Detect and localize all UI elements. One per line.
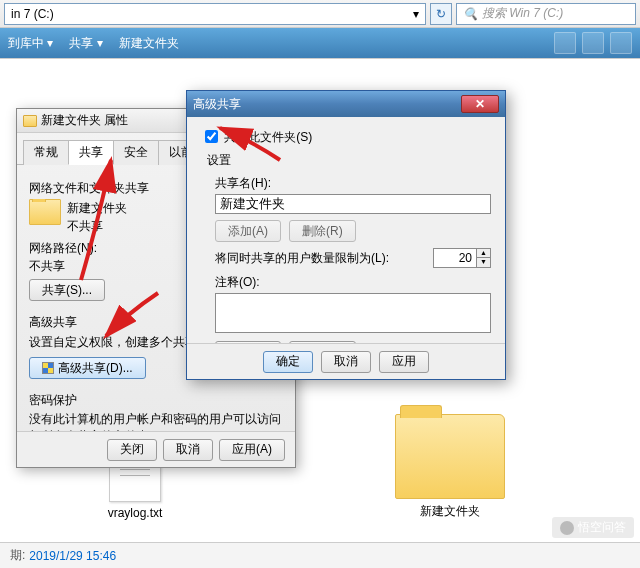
share-name-label: 共享名(H):	[215, 175, 491, 192]
file-label: vraylog.txt	[70, 506, 200, 520]
folder-icon	[23, 115, 37, 127]
advanced-titlebar[interactable]: 高级共享 ✕	[187, 91, 505, 117]
cancel-button-label: 取消	[334, 353, 358, 370]
explorer-command-bar: 到库中 ▾ 共享 ▾ 新建文件夹	[0, 28, 640, 58]
cancel-button-label: 取消	[176, 441, 200, 458]
settings-group-label: 设置	[207, 152, 491, 169]
search-placeholder: 搜索 Win 7 (C:)	[482, 5, 563, 22]
spin-up-icon[interactable]: ▲	[476, 249, 490, 258]
apply-button-label: 应用(A)	[232, 441, 272, 458]
tab-sharing[interactable]: 共享	[68, 140, 114, 165]
folder-label: 新建文件夹	[370, 503, 530, 520]
advanced-sharing-label: 高级共享(D)...	[58, 359, 133, 377]
include-in-library[interactable]: 到库中 ▾	[8, 35, 53, 52]
share-this-folder-input[interactable]	[205, 130, 218, 143]
explorer-address-bar: in 7 (C:) ▾ ↻ 🔍 搜索 Win 7 (C:)	[0, 0, 640, 28]
folder-item-new[interactable]: 新建文件夹	[370, 414, 530, 520]
help-icon[interactable]	[610, 32, 632, 54]
apply-button[interactable]: 应用(A)	[219, 439, 285, 461]
share-this-folder-label: 共享此文件夹(S)	[224, 130, 312, 144]
section-password: 密码保护	[29, 391, 283, 409]
user-limit-spinner[interactable]: ▲ ▼	[433, 248, 491, 268]
tab-security[interactable]: 安全	[113, 140, 159, 165]
refresh-button[interactable]: ↻	[430, 3, 452, 25]
chevron-down-icon[interactable]: ▾	[413, 7, 419, 21]
share-button[interactable]: 共享(S)...	[29, 279, 105, 301]
address-path-text: in 7 (C:)	[11, 7, 54, 21]
apply-button[interactable]: 应用	[379, 351, 429, 373]
advanced-sharing-dialog: 高级共享 ✕ 共享此文件夹(S) 设置 共享名(H): 添加(A) 删除(R) …	[186, 90, 506, 380]
cancel-button[interactable]: 取消	[321, 351, 371, 373]
apply-button-label: 应用	[392, 353, 416, 370]
shield-icon	[42, 362, 54, 374]
share-name-input[interactable]	[215, 194, 491, 214]
search-icon: 🔍	[463, 7, 478, 21]
advanced-sharing-button[interactable]: 高级共享(D)...	[29, 357, 146, 379]
close-icon[interactable]: ✕	[461, 95, 499, 113]
tab-general[interactable]: 常规	[23, 140, 69, 165]
folder-icon	[395, 414, 505, 499]
share-button-label: 共享(S)...	[42, 281, 92, 299]
advanced-footer: 确定 取消 应用	[187, 343, 505, 379]
ok-button[interactable]: 确定	[263, 351, 313, 373]
remove-button-label: 删除(R)	[302, 223, 343, 240]
status-date-label: 期:	[10, 547, 25, 564]
comment-input[interactable]	[215, 293, 491, 333]
ok-button-label: 确定	[276, 353, 300, 370]
spin-down-icon[interactable]: ▼	[476, 258, 490, 267]
include-in-library-label: 到库中 ▾	[8, 35, 53, 52]
remove-button[interactable]: 删除(R)	[289, 220, 356, 242]
close-button-label: 关闭	[120, 441, 144, 458]
status-date-value: 2019/1/29 15:46	[29, 549, 116, 563]
new-folder-label: 新建文件夹	[119, 35, 179, 52]
share-this-folder-checkbox[interactable]: 共享此文件夹(S)	[201, 130, 312, 144]
refresh-icon: ↻	[436, 7, 446, 21]
watermark-icon	[560, 521, 574, 535]
status-bar: 期: 2019/1/29 15:46	[0, 542, 640, 568]
properties-footer: 关闭 取消 应用(A)	[17, 431, 295, 467]
view-options-icon[interactable]	[554, 32, 576, 54]
close-button[interactable]: 关闭	[107, 439, 157, 461]
advanced-body: 共享此文件夹(S) 设置 共享名(H): 添加(A) 删除(R) 将同时共享的用…	[187, 117, 505, 373]
tab-security-label: 安全	[124, 145, 148, 159]
new-folder[interactable]: 新建文件夹	[119, 35, 179, 52]
properties-title: 新建文件夹 属性	[41, 112, 128, 129]
folder-icon	[29, 199, 61, 225]
user-limit-input[interactable]	[434, 250, 476, 266]
watermark-text: 悟空问答	[578, 519, 626, 536]
share-menu-label: 共享 ▾	[69, 35, 102, 52]
cancel-button[interactable]: 取消	[163, 439, 213, 461]
tab-general-label: 常规	[34, 145, 58, 159]
comment-label: 注释(O):	[215, 274, 491, 291]
user-limit-label: 将同时共享的用户数量限制为(L):	[215, 250, 389, 267]
search-input[interactable]: 🔍 搜索 Win 7 (C:)	[456, 3, 636, 25]
add-button-label: 添加(A)	[228, 223, 268, 240]
preview-pane-icon[interactable]	[582, 32, 604, 54]
add-button[interactable]: 添加(A)	[215, 220, 281, 242]
share-menu[interactable]: 共享 ▾	[69, 35, 102, 52]
address-path[interactable]: in 7 (C:) ▾	[4, 3, 426, 25]
tab-sharing-label: 共享	[79, 145, 103, 159]
watermark: 悟空问答	[552, 517, 634, 538]
advanced-title: 高级共享	[193, 96, 241, 113]
